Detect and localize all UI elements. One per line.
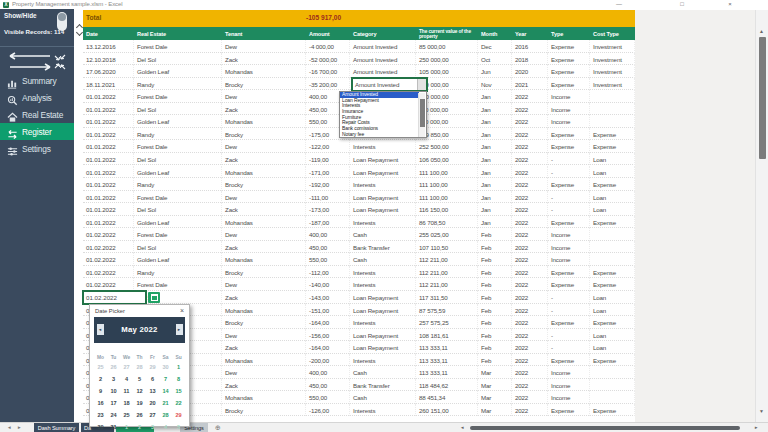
cell-estate[interactable]: Del Sol — [134, 53, 222, 66]
cell-value[interactable]: 111 100,00 — [416, 191, 478, 204]
cell-year[interactable]: 2022 — [512, 266, 548, 279]
cell-month[interactable]: Feb — [478, 291, 512, 304]
cell-amount[interactable]: -126,00 — [306, 404, 350, 417]
cell-cost[interactable] — [590, 228, 635, 241]
cell-type[interactable]: Expense — [548, 128, 590, 141]
cell-type[interactable]: Expense — [548, 78, 590, 91]
cell-type[interactable]: Expense — [548, 266, 590, 279]
cell-estate[interactable]: Golden Leaf — [134, 65, 222, 78]
cell-year[interactable]: 2022 — [512, 366, 548, 379]
cell-estate[interactable]: Del Sol — [134, 153, 222, 166]
cell-estate[interactable]: Golden Leaf — [134, 253, 222, 266]
date-cell-editor[interactable]: 01.02.2022 — [82, 290, 147, 305]
cell-amount[interactable]: 400,00 — [306, 366, 350, 379]
cell-cost[interactable]: Loan — [590, 341, 635, 354]
cell-month[interactable]: Jan — [478, 90, 512, 103]
cell-tenant[interactable]: Mohandas — [222, 65, 306, 78]
cell-tenant[interactable]: Mohandas — [222, 253, 306, 266]
hscroll-thumb[interactable] — [470, 426, 740, 430]
cell-tenant[interactable]: Zack — [222, 203, 306, 216]
cell-category[interactable]: Cash — [350, 253, 416, 266]
cell-cost[interactable]: Loan — [590, 166, 635, 179]
cell-year[interactable]: 2022 — [512, 140, 548, 153]
cell-date[interactable]: 01.01.2022 — [83, 203, 134, 216]
cell-month[interactable]: Feb — [478, 304, 512, 317]
cell-value[interactable]: 116 150,00 — [416, 203, 478, 216]
dropdown-scroll-thumb[interactable] — [420, 99, 425, 127]
cell-cost[interactable] — [590, 366, 635, 379]
cell-cost[interactable]: Expense — [590, 266, 635, 279]
cell-type[interactable]: Income — [548, 241, 590, 254]
cell-cost[interactable] — [590, 90, 635, 103]
sidebar-item-summary[interactable]: Summary — [0, 72, 74, 89]
cell-cost[interactable]: Expense — [590, 354, 635, 367]
cell-date[interactable]: 01.01.2022 — [83, 128, 134, 141]
cell-tenant[interactable]: Brocky — [222, 266, 306, 279]
cell-value[interactable]: 252 500,00 — [416, 140, 478, 153]
cell-tenant[interactable]: Zack — [222, 53, 306, 66]
tabs-prev-icon[interactable]: ◄ — [7, 425, 12, 430]
cell-month[interactable]: Jan — [478, 128, 512, 141]
cell-tenant[interactable]: Dew — [222, 228, 306, 241]
cell-month[interactable]: Feb — [478, 341, 512, 354]
cell-tenant[interactable]: Zack — [222, 103, 306, 116]
cell-month[interactable]: Mar — [478, 366, 512, 379]
cell-value[interactable]: 113 333,11 — [416, 341, 478, 354]
cell-cost[interactable]: Loan — [590, 191, 635, 204]
cell-amount[interactable]: -35 200,00 — [306, 78, 350, 91]
cell-type[interactable]: Income — [548, 391, 590, 404]
cell-cost[interactable]: Expense — [590, 216, 635, 229]
cell-amount[interactable]: -122,00 — [306, 140, 350, 153]
cell-type[interactable]: Expense — [548, 354, 590, 367]
cell-amount[interactable]: -52 000,00 — [306, 53, 350, 66]
cell-type[interactable]: Expense — [548, 53, 590, 66]
cell-cost[interactable]: Expense — [590, 404, 635, 417]
cell-cost[interactable] — [590, 103, 635, 116]
cell-year[interactable]: 2022 — [512, 316, 548, 329]
cell-estate[interactable]: Golden Leaf — [134, 115, 222, 128]
cell-month[interactable]: Feb — [478, 354, 512, 367]
cell-type[interactable]: - — [548, 329, 590, 342]
cell-month[interactable]: Jan — [478, 203, 512, 216]
cell-type[interactable]: Expense — [548, 140, 590, 153]
cell-estate[interactable]: Randy — [134, 78, 222, 91]
cell-amount[interactable]: -143,00 — [306, 291, 350, 304]
cell-year[interactable]: 2022 — [512, 128, 548, 141]
cell-tenant[interactable]: Mohandas — [222, 115, 306, 128]
cell-tenant[interactable]: Mohandas — [222, 216, 306, 229]
cell-tenant[interactable]: Zack — [222, 341, 306, 354]
cell-cost[interactable]: Loan — [590, 304, 635, 317]
cell-tenant[interactable]: Zack — [222, 291, 306, 304]
vscroll-up-icon[interactable]: ▲ — [759, 28, 764, 34]
cell-cost[interactable]: Expense — [590, 278, 635, 291]
cell-cost[interactable]: Investment — [590, 65, 635, 78]
cell-tenant[interactable]: Brocky — [222, 178, 306, 191]
cell-month[interactable]: Feb — [478, 253, 512, 266]
cell-month[interactable]: Dec — [478, 40, 512, 53]
cell-month[interactable]: Jan — [478, 191, 512, 204]
cell-type[interactable]: - — [548, 341, 590, 354]
cell-month[interactable]: Jan — [478, 140, 512, 153]
cell-month[interactable]: Oct — [478, 53, 512, 66]
cell-date[interactable]: 01.01.2022 — [83, 115, 134, 128]
category-cell-editor[interactable]: Amount Invested ▼ — [351, 77, 428, 92]
cell-tenant[interactable]: Dew — [222, 90, 306, 103]
cell-cost[interactable] — [590, 253, 635, 266]
calendar-day[interactable]: 5 — [172, 421, 185, 432]
cell-category[interactable]: Interests — [350, 278, 416, 291]
cell-value[interactable]: 260 151,00 — [416, 404, 478, 417]
cell-year[interactable]: 2022 — [512, 304, 548, 317]
cell-category[interactable]: Loan Repayment — [350, 341, 416, 354]
cell-category[interactable]: Amount Invested — [350, 53, 416, 66]
cell-year[interactable]: 2022 — [512, 191, 548, 204]
cell-tenant[interactable]: Dew — [222, 191, 306, 204]
cell-estate[interactable]: Forest Dale — [134, 228, 222, 241]
cell-cost[interactable]: Expense — [590, 316, 635, 329]
cell-month[interactable]: Feb — [478, 329, 512, 342]
cell-month[interactable]: Jan — [478, 166, 512, 179]
cell-month[interactable]: Nov — [478, 78, 512, 91]
cell-amount[interactable]: -140,00 — [306, 278, 350, 291]
sheet-tab-dash-summary[interactable]: Dash Summary — [34, 423, 79, 432]
cell-type[interactable]: Expense — [548, 316, 590, 329]
cell-category[interactable]: Interests — [350, 354, 416, 367]
